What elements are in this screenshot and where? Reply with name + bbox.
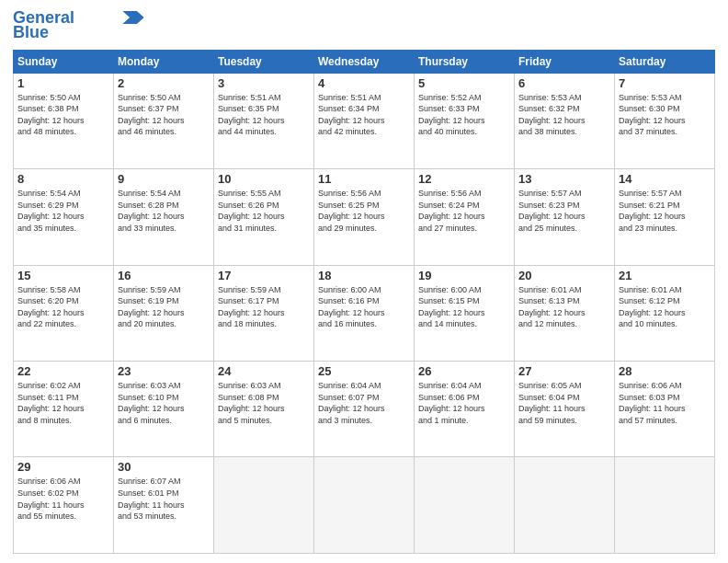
day-number: 21 xyxy=(619,269,711,282)
table-row: 25Sunrise: 6:04 AM Sunset: 6:07 PM Dayli… xyxy=(314,362,415,457)
page: General Blue SundayMondayTuesdayWednesda… xyxy=(0,0,728,563)
logo: General Blue xyxy=(13,9,144,42)
table-row: 19Sunrise: 6:00 AM Sunset: 6:15 PM Dayli… xyxy=(415,265,515,361)
table-row: 20Sunrise: 6:01 AM Sunset: 6:13 PM Dayli… xyxy=(515,265,615,361)
day-number: 12 xyxy=(418,172,510,186)
day-number: 9 xyxy=(118,172,210,186)
day-info: Sunrise: 5:59 AM Sunset: 6:17 PM Dayligh… xyxy=(218,284,310,330)
table-row: 26Sunrise: 6:04 AM Sunset: 6:06 PM Dayli… xyxy=(415,362,515,457)
day-number: 7 xyxy=(619,76,711,90)
table-row: 16Sunrise: 5:59 AM Sunset: 6:19 PM Dayli… xyxy=(114,265,214,361)
day-number: 23 xyxy=(118,364,210,378)
table-row: 17Sunrise: 5:59 AM Sunset: 6:17 PM Dayli… xyxy=(214,265,314,361)
day-info: Sunrise: 5:59 AM Sunset: 6:19 PM Dayligh… xyxy=(118,284,210,330)
day-info: Sunrise: 5:52 AM Sunset: 6:33 PM Dayligh… xyxy=(418,92,510,138)
day-number: 26 xyxy=(418,364,510,378)
day-number: 18 xyxy=(318,269,410,282)
day-number: 4 xyxy=(318,76,410,90)
table-row: 30Sunrise: 6:07 AM Sunset: 6:01 PM Dayli… xyxy=(114,457,214,554)
day-number: 19 xyxy=(418,269,510,282)
table-row: 24Sunrise: 6:03 AM Sunset: 6:08 PM Dayli… xyxy=(214,362,314,457)
day-number: 15 xyxy=(17,269,109,282)
day-info: Sunrise: 6:00 AM Sunset: 6:16 PM Dayligh… xyxy=(318,284,410,330)
table-row: 2Sunrise: 5:50 AM Sunset: 6:37 PM Daylig… xyxy=(114,73,214,168)
table-row: 4Sunrise: 5:51 AM Sunset: 6:34 PM Daylig… xyxy=(314,73,415,168)
col-header-wednesday: Wednesday xyxy=(314,50,415,73)
table-row: 3Sunrise: 5:51 AM Sunset: 6:35 PM Daylig… xyxy=(214,73,314,168)
day-number: 27 xyxy=(518,364,610,378)
day-info: Sunrise: 6:06 AM Sunset: 6:03 PM Dayligh… xyxy=(619,380,711,426)
table-row: 15Sunrise: 5:58 AM Sunset: 6:20 PM Dayli… xyxy=(14,265,114,361)
logo-blue: Blue xyxy=(13,24,49,42)
table-row: 5Sunrise: 5:52 AM Sunset: 6:33 PM Daylig… xyxy=(415,73,515,168)
table-row: 6Sunrise: 5:53 AM Sunset: 6:32 PM Daylig… xyxy=(515,73,615,168)
day-info: Sunrise: 5:56 AM Sunset: 6:24 PM Dayligh… xyxy=(418,188,510,234)
day-number: 5 xyxy=(418,76,510,90)
col-header-monday: Monday xyxy=(114,50,214,73)
day-info: Sunrise: 5:53 AM Sunset: 6:32 PM Dayligh… xyxy=(518,92,610,138)
table-row: 8Sunrise: 5:54 AM Sunset: 6:29 PM Daylig… xyxy=(14,169,114,265)
day-number: 10 xyxy=(218,172,310,186)
table-row: 9Sunrise: 5:54 AM Sunset: 6:28 PM Daylig… xyxy=(114,169,214,265)
table-row xyxy=(214,457,314,554)
table-row xyxy=(314,457,415,554)
day-info: Sunrise: 5:50 AM Sunset: 6:38 PM Dayligh… xyxy=(17,92,109,138)
day-info: Sunrise: 5:54 AM Sunset: 6:29 PM Dayligh… xyxy=(17,188,109,234)
table-row: 13Sunrise: 5:57 AM Sunset: 6:23 PM Dayli… xyxy=(515,169,615,265)
day-number: 13 xyxy=(518,172,610,186)
col-header-tuesday: Tuesday xyxy=(214,50,314,73)
day-info: Sunrise: 5:57 AM Sunset: 6:21 PM Dayligh… xyxy=(619,188,711,234)
header: General Blue xyxy=(13,9,715,42)
day-number: 29 xyxy=(17,460,109,474)
table-row: 12Sunrise: 5:56 AM Sunset: 6:24 PM Dayli… xyxy=(415,169,515,265)
day-number: 3 xyxy=(218,76,310,90)
table-row: 23Sunrise: 6:03 AM Sunset: 6:10 PM Dayli… xyxy=(114,362,214,457)
day-info: Sunrise: 5:50 AM Sunset: 6:37 PM Dayligh… xyxy=(118,92,210,138)
day-number: 28 xyxy=(619,364,711,378)
day-info: Sunrise: 6:01 AM Sunset: 6:13 PM Dayligh… xyxy=(518,284,610,330)
day-info: Sunrise: 6:07 AM Sunset: 6:01 PM Dayligh… xyxy=(118,476,210,522)
day-info: Sunrise: 5:56 AM Sunset: 6:25 PM Dayligh… xyxy=(318,188,410,234)
day-number: 20 xyxy=(518,269,610,282)
day-number: 1 xyxy=(17,76,109,90)
logo-icon xyxy=(122,11,144,24)
day-info: Sunrise: 6:04 AM Sunset: 6:07 PM Dayligh… xyxy=(318,380,410,426)
day-info: Sunrise: 6:04 AM Sunset: 6:06 PM Dayligh… xyxy=(418,380,510,426)
day-info: Sunrise: 6:02 AM Sunset: 6:11 PM Dayligh… xyxy=(17,380,109,426)
table-row: 21Sunrise: 6:01 AM Sunset: 6:12 PM Dayli… xyxy=(615,265,715,361)
table-row: 7Sunrise: 5:53 AM Sunset: 6:30 PM Daylig… xyxy=(615,73,715,168)
day-number: 17 xyxy=(218,269,310,282)
calendar-table: SundayMondayTuesdayWednesdayThursdayFrid… xyxy=(13,50,715,554)
day-number: 14 xyxy=(619,172,711,186)
day-info: Sunrise: 6:03 AM Sunset: 6:10 PM Dayligh… xyxy=(118,380,210,426)
day-info: Sunrise: 5:54 AM Sunset: 6:28 PM Dayligh… xyxy=(118,188,210,234)
table-row: 11Sunrise: 5:56 AM Sunset: 6:25 PM Dayli… xyxy=(314,169,415,265)
table-row: 14Sunrise: 5:57 AM Sunset: 6:21 PM Dayli… xyxy=(615,169,715,265)
day-info: Sunrise: 5:51 AM Sunset: 6:35 PM Dayligh… xyxy=(218,92,310,138)
table-row xyxy=(615,457,715,554)
table-row: 22Sunrise: 6:02 AM Sunset: 6:11 PM Dayli… xyxy=(14,362,114,457)
table-row xyxy=(515,457,615,554)
table-row: 29Sunrise: 6:06 AM Sunset: 6:02 PM Dayli… xyxy=(14,457,114,554)
col-header-thursday: Thursday xyxy=(415,50,515,73)
day-number: 16 xyxy=(118,269,210,282)
day-info: Sunrise: 5:58 AM Sunset: 6:20 PM Dayligh… xyxy=(17,284,109,330)
day-number: 8 xyxy=(17,172,109,186)
day-number: 11 xyxy=(318,172,410,186)
day-info: Sunrise: 6:05 AM Sunset: 6:04 PM Dayligh… xyxy=(518,380,610,426)
table-row: 27Sunrise: 6:05 AM Sunset: 6:04 PM Dayli… xyxy=(515,362,615,457)
table-row: 1Sunrise: 5:50 AM Sunset: 6:38 PM Daylig… xyxy=(14,73,114,168)
table-row: 10Sunrise: 5:55 AM Sunset: 6:26 PM Dayli… xyxy=(214,169,314,265)
col-header-friday: Friday xyxy=(515,50,615,73)
day-number: 6 xyxy=(518,76,610,90)
col-header-saturday: Saturday xyxy=(615,50,715,73)
table-row xyxy=(415,457,515,554)
table-row: 18Sunrise: 6:00 AM Sunset: 6:16 PM Dayli… xyxy=(314,265,415,361)
day-info: Sunrise: 5:55 AM Sunset: 6:26 PM Dayligh… xyxy=(218,188,310,234)
day-info: Sunrise: 6:01 AM Sunset: 6:12 PM Dayligh… xyxy=(619,284,711,330)
col-header-sunday: Sunday xyxy=(14,50,114,73)
day-info: Sunrise: 6:00 AM Sunset: 6:15 PM Dayligh… xyxy=(418,284,510,330)
day-number: 25 xyxy=(318,364,410,378)
day-info: Sunrise: 5:51 AM Sunset: 6:34 PM Dayligh… xyxy=(318,92,410,138)
day-info: Sunrise: 5:53 AM Sunset: 6:30 PM Dayligh… xyxy=(619,92,711,138)
